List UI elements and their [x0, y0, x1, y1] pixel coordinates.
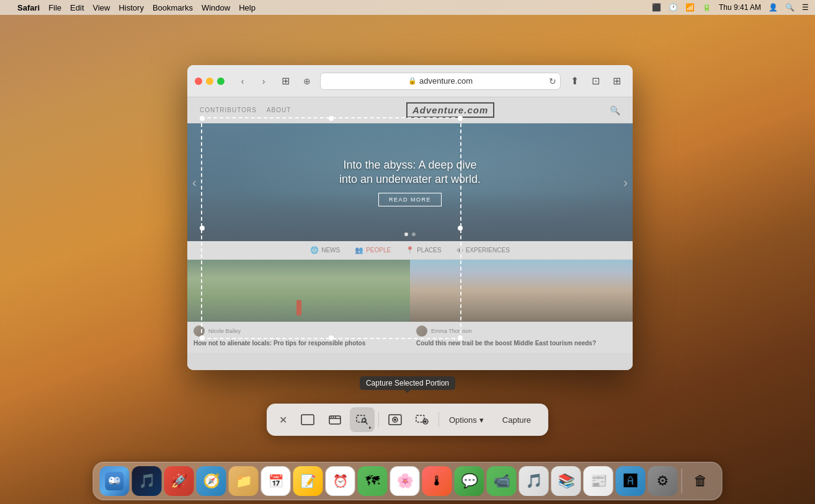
dock-icon-maps[interactable]: 🗺	[358, 466, 388, 496]
capture-window-button[interactable]	[323, 407, 347, 432]
dock-icon-photos[interactable]: 🌸	[390, 466, 420, 496]
nav-about[interactable]: ABOUT	[267, 107, 291, 113]
dock-icon-notes[interactable]: 📝	[293, 466, 323, 496]
menu-help[interactable]: Help	[239, 3, 256, 12]
forward-button[interactable]: ›	[256, 73, 272, 89]
avatar-1	[416, 325, 427, 337]
hero-next-button[interactable]: ›	[623, 175, 628, 190]
record-portion-button[interactable]	[410, 407, 435, 432]
user-icon: 👤	[768, 3, 778, 12]
traffic-lights	[195, 77, 225, 85]
menu-file[interactable]: File	[48, 3, 61, 12]
menubar-right: ⬛ 🕐 📶 🔋 Thu 9:41 AM 👤 🔍 ☰	[652, 3, 809, 12]
hero-section: ‹ Into the abyss: A deep dive into an un…	[187, 123, 633, 241]
capture-entire-screen-button[interactable]	[295, 407, 320, 432]
svg-point-6	[335, 417, 336, 418]
svg-point-4	[331, 417, 332, 418]
menu-view[interactable]: View	[93, 3, 110, 12]
hero-dots	[404, 232, 416, 236]
new-tab-plus[interactable]: ⊞	[608, 73, 625, 90]
new-tab-button[interactable]: ⊕	[299, 73, 315, 89]
svg-point-8	[362, 418, 366, 422]
news-icon: 🌐	[310, 246, 319, 254]
wifi-icon: 📶	[685, 3, 695, 12]
hero-prev-button[interactable]: ‹	[192, 175, 197, 190]
dock-icon-messages[interactable]: 💬	[455, 466, 484, 496]
dock-icon-trash[interactable]: 🗑	[686, 466, 716, 496]
svg-point-5	[332, 417, 334, 418]
hero-cta-button[interactable]: READ MORE	[378, 193, 442, 206]
cat-people[interactable]: 👥 PEOPLE	[355, 246, 391, 254]
dock-icon-launchpad[interactable]: 🚀	[164, 466, 194, 496]
clock-icon: 🕐	[669, 3, 678, 12]
svg-point-18	[110, 479, 112, 480]
article-card-0: Nicole Bailey How not to alienate locals…	[187, 260, 410, 353]
back-button[interactable]: ‹	[234, 73, 251, 89]
notification-icon[interactable]: ☰	[802, 3, 809, 12]
dock-icon-thermometer[interactable]: 🌡	[422, 466, 452, 496]
app-name[interactable]: Safari	[17, 3, 40, 12]
dock-icon-news[interactable]: 📰	[584, 466, 613, 496]
svg-rect-1	[303, 417, 312, 423]
nav-contributors[interactable]: CONTRIBUTORS	[200, 107, 257, 113]
dock-icon-books[interactable]: 📚	[551, 466, 581, 496]
site-search-icon[interactable]: 🔍	[610, 105, 620, 115]
cat-experiences[interactable]: 👁 EXPERIENCES	[456, 246, 510, 254]
capture-tooltip: Capture Selected Portion	[360, 376, 455, 390]
screenshot-close-button[interactable]: ✕	[274, 410, 293, 429]
zoom-button[interactable]	[217, 77, 225, 85]
avatar-0	[194, 325, 205, 337]
record-screen-button[interactable]	[383, 407, 408, 432]
dock-icon-appstore[interactable]: 🅰	[616, 466, 646, 496]
datetime: Thu 9:41 AM	[719, 3, 761, 12]
cat-places[interactable]: 📍 PLACES	[406, 246, 441, 254]
address-bar[interactable]: 🔒 adventure.com ↻	[320, 73, 561, 90]
svg-point-17	[114, 477, 120, 484]
hero-dot-1[interactable]	[404, 232, 408, 236]
hero-dot-2[interactable]	[412, 232, 416, 236]
article-image-0	[187, 260, 410, 322]
dock-icon-finder[interactable]	[100, 466, 130, 496]
dock-icon-facetime[interactable]: 📹	[487, 466, 517, 496]
reload-button[interactable]: ↻	[549, 76, 556, 86]
browser-toolbar: ‹ › ⊞ ⊕ 🔒 adventure.com ↻ ⬆ ⊡ ⊞	[187, 65, 633, 97]
toolbar-divider-2	[439, 412, 439, 427]
capture-portion-button[interactable]: ▸	[350, 407, 375, 432]
articles-grid: Nicole Bailey How not to alienate locals…	[187, 260, 633, 353]
menubar-left: Safari File Edit View History Bookmarks …	[6, 3, 256, 12]
desktop: Safari File Edit View History Bookmarks …	[0, 0, 815, 504]
airplay-icon: ⬛	[652, 3, 661, 12]
places-icon: 📍	[406, 246, 414, 254]
lock-icon: 🔒	[408, 77, 417, 85]
browser-window: ‹ › ⊞ ⊕ 🔒 adventure.com ↻ ⬆ ⊡ ⊞ CONTRIBU…	[187, 65, 633, 370]
dock-icon-siri[interactable]: 🎵	[132, 466, 162, 496]
close-button[interactable]	[195, 77, 202, 85]
battery-icon: 🔋	[702, 3, 711, 12]
options-button[interactable]: Options ▾	[443, 409, 490, 430]
dock-icon-music[interactable]: 🎵	[519, 466, 549, 496]
tab-overview-button[interactable]: ⊡	[587, 73, 604, 90]
dock-icon-preferences[interactable]: ⚙	[648, 466, 678, 496]
article-image-1	[410, 260, 633, 322]
minimize-button[interactable]	[206, 77, 213, 85]
cat-news[interactable]: 🌐 NEWS	[310, 246, 340, 254]
search-icon[interactable]: 🔍	[785, 3, 795, 12]
menu-window[interactable]: Window	[202, 3, 230, 12]
dock-icon-safari[interactable]: 🧭	[197, 466, 226, 496]
site-logo: Adventure.com	[406, 102, 494, 118]
hero-title: Into the abyss: A deep dive into an unde…	[339, 158, 481, 187]
dock-separator	[682, 469, 682, 493]
sidebar-button[interactable]: ⊞	[277, 73, 294, 90]
menu-history[interactable]: History	[118, 3, 143, 12]
share-button[interactable]: ⬆	[566, 73, 583, 90]
experiences-icon: 👁	[456, 247, 463, 254]
category-nav: 🌐 NEWS 👥 PEOPLE 📍 PLACES 👁 EXPERIENCES	[187, 241, 633, 260]
menu-edit[interactable]: Edit	[70, 3, 84, 12]
dock-icon-reminders[interactable]: ⏰	[326, 466, 355, 496]
capture-button[interactable]: Capture	[492, 409, 541, 430]
dock-icon-calendar[interactable]: 📅	[261, 466, 291, 496]
dock: 🎵 🚀 🧭 📁 📅 📝 ⏰ 🗺 🌸	[93, 462, 723, 500]
menu-bookmarks[interactable]: Bookmarks	[153, 3, 193, 12]
figure-silhouette	[296, 300, 301, 316]
dock-icon-files[interactable]: 📁	[229, 466, 259, 496]
